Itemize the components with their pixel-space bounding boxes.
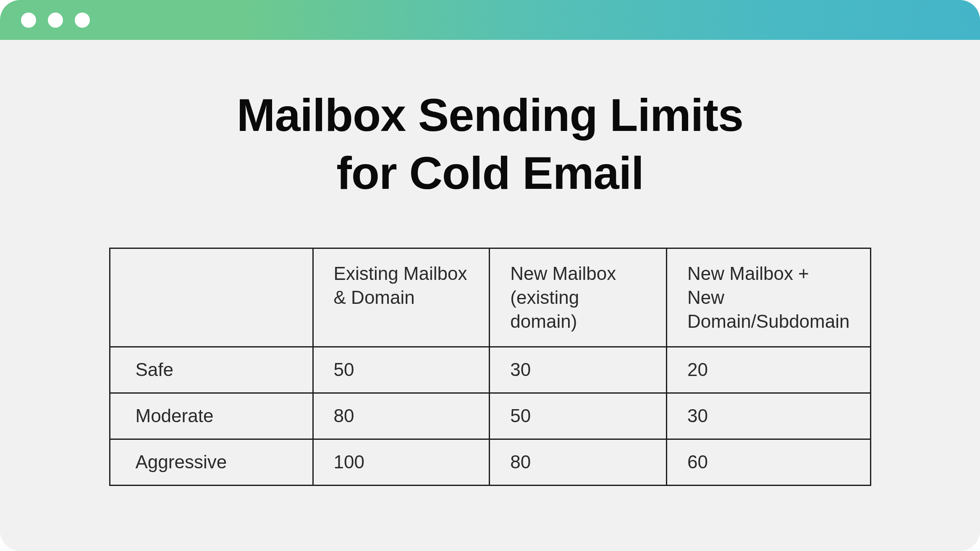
- cell-value: 30: [490, 347, 667, 393]
- cell-value: 80: [490, 439, 667, 485]
- table-row: Safe 50 30 20: [110, 347, 870, 393]
- window-minimize-icon[interactable]: [48, 13, 63, 28]
- row-label: Aggressive: [110, 439, 313, 485]
- title-line2: for Cold Email: [336, 147, 644, 198]
- header-col2-line2: (existing domain): [510, 287, 579, 332]
- page-title: Mailbox Sending Limits for Cold Email: [50, 86, 930, 201]
- header-col2: New Mailbox (existing domain): [490, 248, 667, 347]
- window-controls: [21, 13, 90, 28]
- cell-value: 60: [667, 439, 870, 485]
- window-close-icon[interactable]: [21, 13, 36, 28]
- header-col3: New Mailbox + New Domain/Subdomain: [667, 248, 870, 347]
- header-blank: [110, 248, 313, 347]
- header-col3-line1: New Mailbox + New: [687, 263, 809, 308]
- header-col1-line2: & Domain: [334, 287, 415, 308]
- table-header-row: Existing Mailbox & Domain New Mailbox (e…: [110, 248, 870, 347]
- cell-value: 30: [667, 393, 870, 439]
- titlebar: [0, 0, 980, 40]
- table-row: Moderate 80 50 30: [110, 393, 870, 439]
- title-line1: Mailbox Sending Limits: [237, 89, 743, 141]
- cell-value: 50: [313, 347, 490, 393]
- cell-value: 20: [667, 347, 870, 393]
- header-col1: Existing Mailbox & Domain: [313, 248, 490, 347]
- limits-table: Existing Mailbox & Domain New Mailbox (e…: [109, 248, 871, 486]
- header-col2-line1: New Mailbox: [510, 263, 616, 284]
- window-maximize-icon[interactable]: [75, 13, 90, 28]
- cell-value: 50: [490, 393, 667, 439]
- table-row: Aggressive 100 80 60: [110, 439, 870, 485]
- content-area: Mailbox Sending Limits for Cold Email Ex…: [0, 40, 980, 486]
- cell-value: 80: [313, 393, 490, 439]
- window-frame: Mailbox Sending Limits for Cold Email Ex…: [0, 0, 980, 551]
- row-label: Safe: [110, 347, 313, 393]
- row-label: Moderate: [110, 393, 313, 439]
- header-col3-line2: Domain/Subdomain: [687, 311, 849, 332]
- cell-value: 100: [313, 439, 490, 485]
- header-col1-line1: Existing Mailbox: [334, 263, 467, 284]
